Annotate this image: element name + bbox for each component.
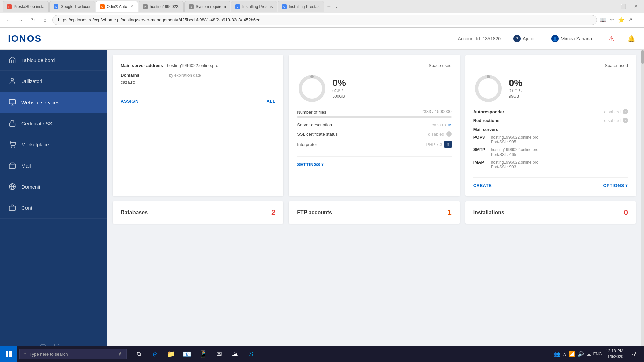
interpreter-text: PHP 7.3 [426,142,442,147]
tab-icon-system: S [189,4,194,9]
reload-button[interactable]: ↻ [28,15,38,25]
autoresponder-label: Autoresponder [473,109,504,114]
server-address-value: hosting1996022.online.pro [167,63,218,68]
tab-list-button[interactable]: ⌄ [333,3,340,10]
files-progress-bar [297,116,451,118]
sidebar-item-users[interactable]: Utilizatori [0,71,107,92]
sidebar-item-dashboard[interactable]: Tablou de bord [0,50,107,71]
sidebar-item-website-services[interactable]: Website services [0,92,107,113]
space-used-label: Space used [297,63,451,68]
bookmark-icon[interactable]: ☆ [610,17,614,23]
databases-count: 2 [271,208,275,217]
main-content: Tablou de bord Utilizatori Website servi… [0,50,644,362]
notification-icon: 🗨 [631,351,636,357]
edge-button[interactable]: ℯ [148,346,162,362]
url-bar[interactable]: https://cp.ionos.ro/ccp/v/home.pl/hostin… [52,15,597,25]
start-button[interactable] [0,346,17,362]
url-text: https://cp.ionos.ro/ccp/v/home.pl/hostin… [58,17,260,22]
tab-label-prestashop: PrestaShop insta [14,4,44,9]
new-tab-button[interactable]: + [326,2,332,11]
reading-mode-icon[interactable]: 📖 [600,17,606,23]
home-button[interactable]: ⌂ [40,15,50,25]
sidebar-label-account: Cont [21,205,32,211]
domains-row: Domains by expiration date caza.ro [121,73,275,85]
action-center-button[interactable]: 🗨 [627,346,640,362]
explorer-button[interactable]: 📁 [164,346,178,362]
sidebar-label-website-services: Website services [21,100,59,105]
network-icon[interactable]: 📶 [569,351,575,357]
bell-button[interactable]: 🔔 [627,34,636,43]
share-icon[interactable]: ↗ [628,17,632,23]
outlook-button[interactable]: 📧 [180,346,194,362]
task-view-button[interactable]: ⧉ [131,346,146,362]
content-wrapper: Main server address hosting1996022.onlin… [107,50,644,362]
tab-label-google: Google Traducer [60,4,90,9]
taskbar-clock[interactable]: 12:18 PM 1/6/2020 [606,348,623,360]
tab-installing1[interactable]: C Installing Prestas [231,1,277,12]
sound-icon[interactable]: 🔊 [577,351,584,357]
tab-hosting[interactable]: H hosting1996022. [139,1,184,12]
maximize-button[interactable]: ⬜ [617,2,629,10]
home-icon [8,56,17,64]
taskbar-search-bar[interactable]: ○ Type here to search 🎙 [19,349,127,359]
tab-system[interactable]: S System requirem [184,1,230,12]
assign-button[interactable]: ASSIGN [121,99,139,104]
more-icon[interactable]: ··· [636,17,640,23]
collections-icon[interactable]: ⭐ [618,17,625,23]
pop3-label: POP3 [473,135,488,140]
ssl-icon [8,119,17,128]
autoresponder-dot[interactable]: + [623,109,628,114]
interpreter-value: PHP 7.3 ⚙ [426,141,451,148]
account-icon [8,203,17,212]
scroll-indicator[interactable] [641,50,644,362]
mail-stats: 0% 0.0GB / 99GB [509,78,523,99]
storage-used: 0GB / [332,88,343,93]
app-header: IONOS Account Id: 1351820 ? Ajutor 👤 Mir… [0,28,644,50]
sidebar-item-domains[interactable]: Domenii [0,176,107,197]
settings-button[interactable]: SETTINGS ▾ [297,162,324,167]
mic-icon[interactable]: 🎙 [118,351,122,357]
tab-odin[interactable]: O Odin® Auto ✕ [96,1,138,12]
ssl-status-label: SSL certificate status [297,132,338,137]
user-button[interactable]: 👤 Mircea Zaharia [547,33,596,44]
taskbar-right: 👥 ∧ 📶 🔊 ☁ ENG 12:18 PM 1/6/2020 🗨 [550,346,644,362]
tab-installing2[interactable]: C Installing Prestas [278,1,324,12]
sidebar-label-domains: Domenii [21,184,40,190]
people-icon[interactable]: 👥 [554,351,560,357]
back-button[interactable]: ← [4,15,13,25]
expand-tray-icon[interactable]: ∧ [562,351,567,357]
sidebar-item-marketplace[interactable]: Marketplace [0,134,107,155]
all-button[interactable]: ALL [267,99,276,104]
sidebar-item-ssl[interactable]: Certificate SSL [0,113,107,134]
tab-close-odin[interactable]: ✕ [130,4,133,9]
ssl-status-value: disabled + [428,131,451,137]
forward-button[interactable]: → [16,15,25,25]
pop3-row: POP3 hosting1996022.online.pro Port/SSL:… [473,135,628,144]
redirections-dot[interactable]: + [623,118,628,123]
alerts-button[interactable]: ⚠ [604,33,619,45]
options-button[interactable]: OPTIONS ▾ [603,183,628,188]
close-button[interactable]: ✕ [631,2,641,10]
tab-google[interactable]: G Google Traducer [49,1,95,12]
sidebar-item-mail[interactable]: Mail [0,155,107,176]
skype-button[interactable]: S [244,346,258,362]
edit-desc-button[interactable]: ✏ [448,122,452,127]
tab-prestashop[interactable]: P PrestaShop insta [3,1,49,12]
bell-icon: 🔔 [628,35,635,42]
interpreter-settings-button[interactable]: ⚙ [444,141,452,148]
usage-donut [297,73,327,104]
create-button[interactable]: CREATE [473,183,492,188]
minimize-button[interactable]: — [604,2,615,10]
content-area: Main server address hosting1996022.onlin… [107,50,641,362]
window-controls: — ⬜ ✕ [604,2,641,10]
sidebar-item-account[interactable]: Cont [0,197,107,219]
help-button[interactable]: ? Ajutor [509,33,539,44]
language-indicator[interactable]: ENG [593,352,602,356]
mail-donut [473,73,503,104]
onedrive-icon[interactable]: ☁ [586,351,591,357]
phone-button[interactable]: 📱 [196,346,210,362]
ssl-status-dot[interactable]: + [446,131,452,137]
browser-icons: 📖 ☆ ⭐ ↗ ··· [600,17,640,23]
maps-button[interactable]: ⛰ [228,346,242,362]
mail2-button[interactable]: ✉ [212,346,226,362]
